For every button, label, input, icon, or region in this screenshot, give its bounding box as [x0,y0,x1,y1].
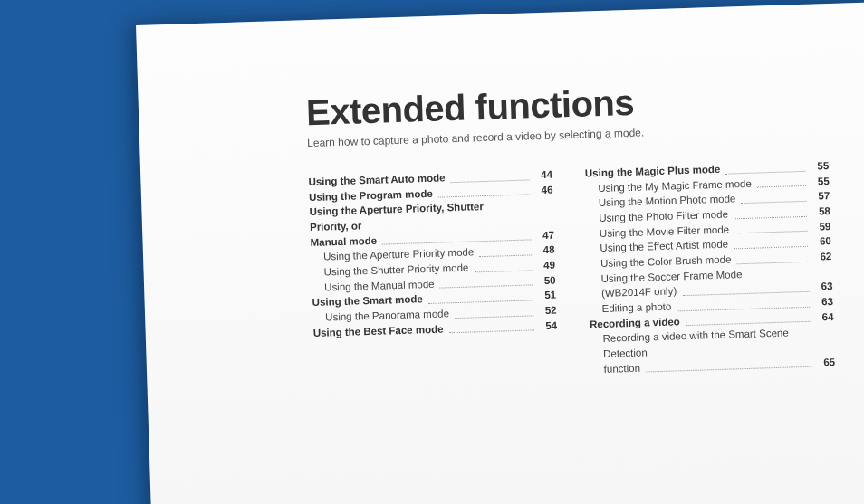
toc-entry-label: function [590,360,640,376]
toc-left-column: Using the Smart Auto mode44Using the Pro… [308,167,559,386]
leader-dots [449,330,534,334]
leader-dots [646,366,811,373]
toc-entry-page: 47 [536,227,555,242]
leader-dots [451,179,529,183]
toc-entry-page: 49 [537,258,556,273]
toc-entry-label: Using the Best Face mode [313,321,444,340]
toc-entry-page: 60 [813,233,832,249]
toc-entry-page: 64 [815,309,834,325]
toc-entry-page: 65 [817,355,836,370]
document-page: Extended functions Learn how to capture … [136,2,864,504]
leader-dots [734,231,807,234]
toc-entry-page: 48 [536,242,555,258]
toc-right-column: Using the Magic Plus mode55Using the My … [585,158,836,377]
toc-entry-page: 55 [811,158,830,174]
toc-entry-page: 63 [814,279,833,294]
toc-entry-page: 50 [537,272,556,288]
toc-entry-page: 51 [538,288,557,303]
leader-dots [479,254,531,257]
toc-entry-page: 59 [812,219,831,234]
toc-entry-page: 63 [815,294,834,309]
toc-entry-page: 55 [811,174,830,189]
toc-entry-page: 54 [539,318,558,333]
leader-dots [737,262,809,264]
leader-dots [475,270,533,272]
leader-dots [734,216,807,220]
toc-entry-page: 44 [534,167,553,183]
leader-dots [725,171,805,175]
leader-dots [455,315,533,319]
toc-entry-page: 46 [534,182,553,197]
leader-dots [742,201,807,204]
toc-entry-page: 58 [812,204,831,219]
toc-columns: Using the Smart Auto mode44Using the Pro… [308,158,835,385]
toc-entry-page: 57 [811,188,830,204]
toc-entry-page: 52 [538,303,557,319]
leader-dots [734,246,808,250]
toc-entry-page: 62 [813,249,832,264]
leader-dots [757,185,806,188]
